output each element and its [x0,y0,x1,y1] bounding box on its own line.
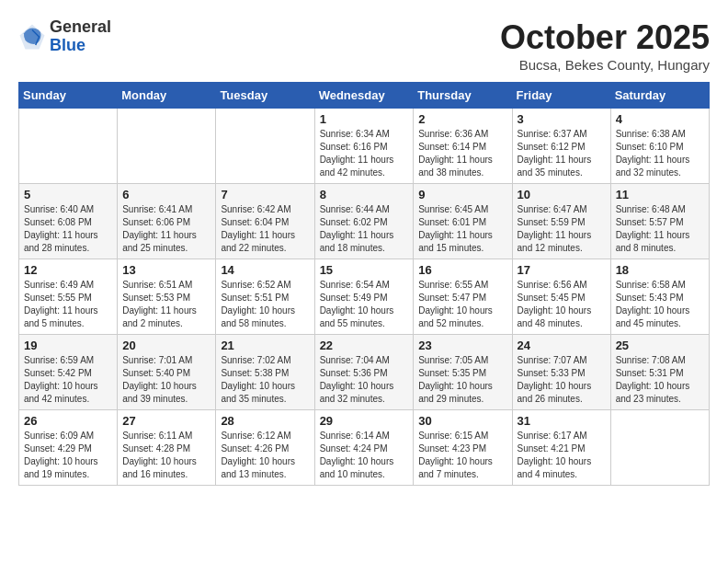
day-number: 19 [24,339,112,352]
calendar-cell: 17Sunrise: 6:56 AM Sunset: 5:45 PM Dayli… [512,259,610,335]
day-info: Sunrise: 6:59 AM Sunset: 5:42 PM Dayligh… [24,354,112,406]
day-info: Sunrise: 6:45 AM Sunset: 6:01 PM Dayligh… [418,203,506,255]
calendar-cell: 16Sunrise: 6:55 AM Sunset: 5:47 PM Dayli… [414,259,512,335]
day-number: 10 [518,188,606,201]
calendar-cell: 23Sunrise: 7:05 AM Sunset: 5:35 PM Dayli… [414,335,512,410]
day-info: Sunrise: 6:54 AM Sunset: 5:49 PM Dayligh… [320,279,409,330]
calendar-week-row: 5Sunrise: 6:40 AM Sunset: 6:08 PM Daylig… [19,184,710,259]
calendar-cell: 8Sunrise: 6:44 AM Sunset: 6:02 PM Daylig… [314,184,414,259]
day-info: Sunrise: 7:07 AM Sunset: 5:33 PM Dayligh… [518,354,606,406]
calendar-cell: 21Sunrise: 7:02 AM Sunset: 5:38 PM Dayli… [216,335,314,410]
calendar-week-row: 1Sunrise: 6:34 AM Sunset: 6:16 PM Daylig… [19,109,710,184]
calendar-cell: 13Sunrise: 6:51 AM Sunset: 5:53 PM Dayli… [118,259,216,335]
day-info: Sunrise: 6:09 AM Sunset: 4:29 PM Dayligh… [24,430,112,481]
day-number: 21 [221,339,309,352]
calendar-cell: 29Sunrise: 6:14 AM Sunset: 4:24 PM Dayli… [314,410,414,486]
day-number: 24 [518,339,606,352]
calendar-cell: 24Sunrise: 7:07 AM Sunset: 5:33 PM Dayli… [512,335,610,410]
calendar-cell [19,109,118,184]
day-info: Sunrise: 7:01 AM Sunset: 5:40 PM Dayligh… [122,354,210,406]
calendar-cell: 20Sunrise: 7:01 AM Sunset: 5:40 PM Dayli… [118,335,216,410]
day-number: 29 [320,414,409,428]
day-number: 13 [122,263,210,277]
day-info: Sunrise: 6:12 AM Sunset: 4:26 PM Dayligh… [221,430,309,481]
logo-icon [18,23,46,51]
day-number: 17 [518,263,606,277]
day-number: 2 [418,112,506,126]
calendar-cell [610,410,709,486]
day-number: 1 [320,112,409,126]
day-info: Sunrise: 6:42 AM Sunset: 6:04 PM Dayligh… [221,203,309,255]
calendar-cell: 28Sunrise: 6:12 AM Sunset: 4:26 PM Dayli… [216,410,314,486]
calendar-cell: 11Sunrise: 6:48 AM Sunset: 5:57 PM Dayli… [610,184,709,259]
day-info: Sunrise: 6:48 AM Sunset: 5:57 PM Dayligh… [616,203,704,255]
calendar-cell: 7Sunrise: 6:42 AM Sunset: 6:04 PM Daylig… [216,184,314,259]
day-number: 31 [518,414,606,428]
day-number: 28 [221,414,309,428]
calendar-cell: 27Sunrise: 6:11 AM Sunset: 4:28 PM Dayli… [118,410,216,486]
title-block: October 2025 Bucsa, Bekes County, Hungar… [500,18,710,73]
day-info: Sunrise: 7:08 AM Sunset: 5:31 PM Dayligh… [616,354,704,406]
day-number: 18 [616,263,704,277]
calendar-cell: 4Sunrise: 6:38 AM Sunset: 6:10 PM Daylig… [610,109,709,184]
day-number: 26 [24,414,112,428]
day-number: 16 [418,263,506,277]
day-info: Sunrise: 6:55 AM Sunset: 5:47 PM Dayligh… [418,279,506,330]
calendar-cell: 31Sunrise: 6:17 AM Sunset: 4:21 PM Dayli… [512,410,610,486]
day-info: Sunrise: 6:14 AM Sunset: 4:24 PM Dayligh… [320,430,409,481]
day-number: 14 [221,263,309,277]
day-info: Sunrise: 6:52 AM Sunset: 5:51 PM Dayligh… [221,279,309,330]
calendar-cell: 9Sunrise: 6:45 AM Sunset: 6:01 PM Daylig… [414,184,512,259]
day-info: Sunrise: 6:34 AM Sunset: 6:16 PM Dayligh… [320,128,409,179]
day-info: Sunrise: 6:51 AM Sunset: 5:53 PM Dayligh… [122,279,210,330]
day-info: Sunrise: 6:37 AM Sunset: 6:12 PM Dayligh… [518,128,606,179]
calendar-cell: 10Sunrise: 6:47 AM Sunset: 5:59 PM Dayli… [512,184,610,259]
calendar-cell: 1Sunrise: 6:34 AM Sunset: 6:16 PM Daylig… [314,109,414,184]
calendar-cell: 2Sunrise: 6:36 AM Sunset: 6:14 PM Daylig… [414,109,512,184]
day-info: Sunrise: 6:49 AM Sunset: 5:55 PM Dayligh… [24,279,112,330]
day-info: Sunrise: 6:38 AM Sunset: 6:10 PM Dayligh… [616,128,704,179]
column-header-wednesday: Wednesday [314,83,414,109]
day-number: 11 [616,188,704,201]
day-number: 23 [418,339,506,352]
logo-general: General [50,18,111,37]
calendar-week-row: 19Sunrise: 6:59 AM Sunset: 5:42 PM Dayli… [19,335,710,410]
calendar-cell: 26Sunrise: 6:09 AM Sunset: 4:29 PM Dayli… [19,410,118,486]
day-info: Sunrise: 6:15 AM Sunset: 4:23 PM Dayligh… [418,430,506,481]
day-info: Sunrise: 6:11 AM Sunset: 4:28 PM Dayligh… [122,430,210,481]
day-info: Sunrise: 6:44 AM Sunset: 6:02 PM Dayligh… [320,203,409,255]
day-number: 3 [518,112,606,126]
day-number: 27 [122,414,210,428]
calendar-cell: 12Sunrise: 6:49 AM Sunset: 5:55 PM Dayli… [19,259,118,335]
day-info: Sunrise: 6:56 AM Sunset: 5:45 PM Dayligh… [518,279,606,330]
column-header-thursday: Thursday [414,83,512,109]
calendar-cell: 6Sunrise: 6:41 AM Sunset: 6:06 PM Daylig… [118,184,216,259]
location-subtitle: Bucsa, Bekes County, Hungary [500,57,710,73]
day-info: Sunrise: 7:04 AM Sunset: 5:36 PM Dayligh… [320,354,409,406]
logo: General Blue [18,18,111,55]
day-info: Sunrise: 6:41 AM Sunset: 6:06 PM Dayligh… [122,203,210,255]
column-header-sunday: Sunday [19,83,118,109]
calendar-week-row: 26Sunrise: 6:09 AM Sunset: 4:29 PM Dayli… [19,410,710,486]
calendar-table: SundayMondayTuesdayWednesdayThursdayFrid… [18,82,710,486]
calendar-cell: 15Sunrise: 6:54 AM Sunset: 5:49 PM Dayli… [314,259,414,335]
day-info: Sunrise: 6:58 AM Sunset: 5:43 PM Dayligh… [616,279,704,330]
day-number: 15 [320,263,409,277]
column-header-monday: Monday [118,83,216,109]
calendar-week-row: 12Sunrise: 6:49 AM Sunset: 5:55 PM Dayli… [19,259,710,335]
day-number: 25 [616,339,704,352]
calendar-cell: 19Sunrise: 6:59 AM Sunset: 5:42 PM Dayli… [19,335,118,410]
day-number: 22 [320,339,409,352]
day-info: Sunrise: 6:17 AM Sunset: 4:21 PM Dayligh… [518,430,606,481]
day-number: 30 [418,414,506,428]
calendar-cell: 25Sunrise: 7:08 AM Sunset: 5:31 PM Dayli… [610,335,709,410]
calendar-cell [216,109,314,184]
column-header-tuesday: Tuesday [216,83,314,109]
day-info: Sunrise: 6:47 AM Sunset: 5:59 PM Dayligh… [518,203,606,255]
logo-blue: Blue [50,37,111,55]
page-header: General Blue October 2025 Bucsa, Bekes C… [18,18,710,73]
calendar-cell: 30Sunrise: 6:15 AM Sunset: 4:23 PM Dayli… [414,410,512,486]
day-number: 8 [320,188,409,201]
day-number: 4 [616,112,704,126]
calendar-cell: 14Sunrise: 6:52 AM Sunset: 5:51 PM Dayli… [216,259,314,335]
